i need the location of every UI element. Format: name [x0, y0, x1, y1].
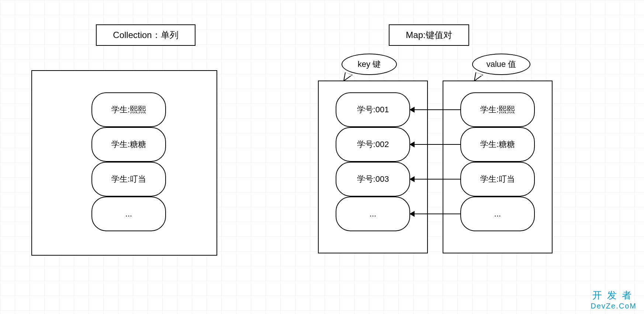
collection-item: ... — [91, 197, 166, 231]
arrow-left-icon — [409, 107, 415, 113]
key-item-label: 学号:001 — [357, 104, 389, 115]
arrow-line — [414, 144, 460, 145]
value-item: 学生:糖糖 — [460, 127, 535, 162]
watermark: 开发者 DevZe.CoM — [591, 289, 637, 310]
collection-item: 学生:糖糖 — [91, 127, 166, 162]
arrow-left-icon — [409, 211, 415, 217]
collection-item-label: ... — [125, 209, 132, 219]
value-item-label: ... — [494, 209, 501, 219]
collection-title: Collection：单列 — [113, 29, 178, 41]
key-bubble-label: key 键 — [358, 59, 381, 70]
arrow-line — [414, 109, 460, 110]
arrow-line — [414, 214, 460, 214]
value-item-label: 学生:糖糖 — [480, 139, 515, 150]
watermark-line2: DevZe.CoM — [591, 302, 637, 310]
key-item: 学号:003 — [336, 162, 410, 197]
key-item: ... — [336, 197, 410, 231]
collection-item-label: 学生:叮当 — [111, 174, 146, 185]
arrow-left-icon — [409, 141, 415, 147]
key-item: 学号:002 — [336, 127, 410, 162]
value-item: 学生:熙熙 — [460, 92, 535, 127]
arrow-left-icon — [409, 176, 415, 182]
watermark-line1: 开发者 — [591, 289, 637, 302]
collection-item: 学生:熙熙 — [91, 92, 166, 127]
collection-item-label: 学生:熙熙 — [111, 104, 146, 115]
arrow-line — [414, 179, 460, 180]
key-item-label: 学号:002 — [357, 139, 389, 150]
key-item: 学号:001 — [336, 92, 410, 127]
value-item-label: 学生:叮当 — [480, 174, 515, 185]
value-bubble-label: value 值 — [487, 59, 516, 70]
map-title-box: Map:键值对 — [389, 24, 469, 46]
value-item-label: 学生:熙熙 — [480, 104, 515, 115]
key-item-label: 学号:003 — [357, 174, 389, 185]
collection-item-label: 学生:糖糖 — [111, 139, 146, 150]
collection-title-box: Collection：单列 — [96, 24, 195, 46]
value-item: ... — [460, 197, 535, 231]
map-title: Map:键值对 — [406, 29, 452, 41]
collection-item: 学生:叮当 — [91, 162, 166, 197]
key-item-label: ... — [370, 209, 376, 219]
value-item: 学生:叮当 — [460, 162, 535, 197]
